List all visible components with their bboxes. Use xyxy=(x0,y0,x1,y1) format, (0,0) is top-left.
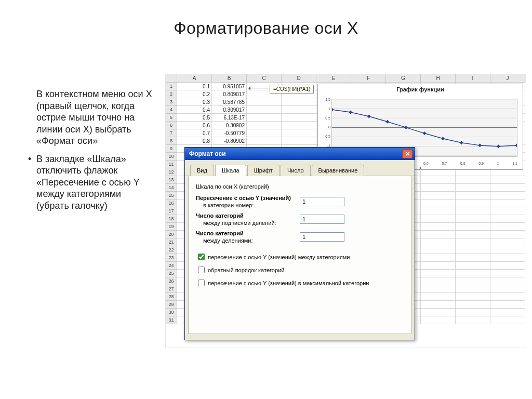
tab-scale[interactable]: Шкала xyxy=(215,165,246,176)
field3-sublabel: между делениями: xyxy=(196,237,253,244)
excel-screenshot: A B C D E F G H I J 10.10.95105720.20.80… xyxy=(165,74,526,348)
dialog-page: Шкала по оси X (категорий) Пересечение с… xyxy=(188,176,411,334)
slide-title: Форматирование оси Х xyxy=(0,19,532,38)
column-headers: A B C D E F G H I J xyxy=(166,74,526,83)
svg-rect-12 xyxy=(404,126,408,129)
tab-view[interactable]: Вид xyxy=(190,165,214,176)
field3-label: Число категорий xyxy=(196,230,300,236)
check3-box[interactable] xyxy=(198,280,205,286)
field1-label: Пересечение с осью Y (значений) xyxy=(196,195,300,201)
svg-rect-8 xyxy=(332,108,334,111)
tab-align[interactable]: Выравнивание xyxy=(312,165,365,176)
svg-rect-17 xyxy=(497,144,500,148)
field2-input[interactable] xyxy=(300,215,344,224)
check2-label: обратный порядок категорий xyxy=(208,267,284,273)
svg-rect-15 xyxy=(460,141,463,144)
close-icon[interactable]: ✕ xyxy=(402,149,413,158)
formula-tooltip: =COS(ПИ()*A1) xyxy=(270,85,314,94)
check1[interactable]: пересечение с осью Y (значений) между ка… xyxy=(196,252,404,262)
field2-sublabel: между подписями делений: xyxy=(196,220,276,226)
dialog-heading: Шкала по оси X (категорий) xyxy=(196,183,404,190)
svg-rect-11 xyxy=(385,120,389,124)
dialog-titlebar[interactable]: Формат оси ✕ xyxy=(185,148,415,160)
tab-font[interactable]: Шрифт xyxy=(247,165,280,176)
field3-input[interactable] xyxy=(300,232,344,242)
check2-box[interactable] xyxy=(198,267,205,273)
svg-rect-10 xyxy=(367,115,371,118)
chart-title: График функции xyxy=(318,86,523,92)
check1-label: пересечение с осью Y (значений) между ка… xyxy=(208,254,350,260)
field1-input[interactable] xyxy=(300,197,344,206)
field1-sublabel: в категории номер: xyxy=(196,202,254,208)
check3[interactable]: пересечение с осью Y (значений) в максим… xyxy=(196,278,404,288)
paragraph-2: В закладке «Шкала» отключить флажок «Пер… xyxy=(36,153,153,212)
check2[interactable]: обратный порядок категорий xyxy=(196,265,404,275)
format-axis-dialog: Формат оси ✕ Вид Шкала Шрифт Число Вырав… xyxy=(184,147,415,340)
svg-rect-16 xyxy=(478,143,482,147)
formula-arrow xyxy=(249,88,270,88)
svg-rect-13 xyxy=(422,131,426,135)
check3-label: пересечение с осью Y (значений) в максим… xyxy=(208,280,369,286)
slide-body: В контекстном меню оси Х (правый щелчок,… xyxy=(36,88,153,218)
svg-rect-18 xyxy=(515,143,516,147)
dialog-title: Формат оси xyxy=(189,150,226,157)
svg-rect-9 xyxy=(349,111,352,114)
dialog-tabs: Вид Шкала Шрифт Число Выравнивание xyxy=(185,160,415,176)
tab-number[interactable]: Число xyxy=(281,165,311,176)
field2-label: Число категорий xyxy=(196,212,300,219)
paragraph-1: В контекстном меню оси Х (правый щелчок,… xyxy=(36,88,153,147)
check1-box[interactable] xyxy=(198,254,205,260)
svg-rect-14 xyxy=(441,137,445,140)
